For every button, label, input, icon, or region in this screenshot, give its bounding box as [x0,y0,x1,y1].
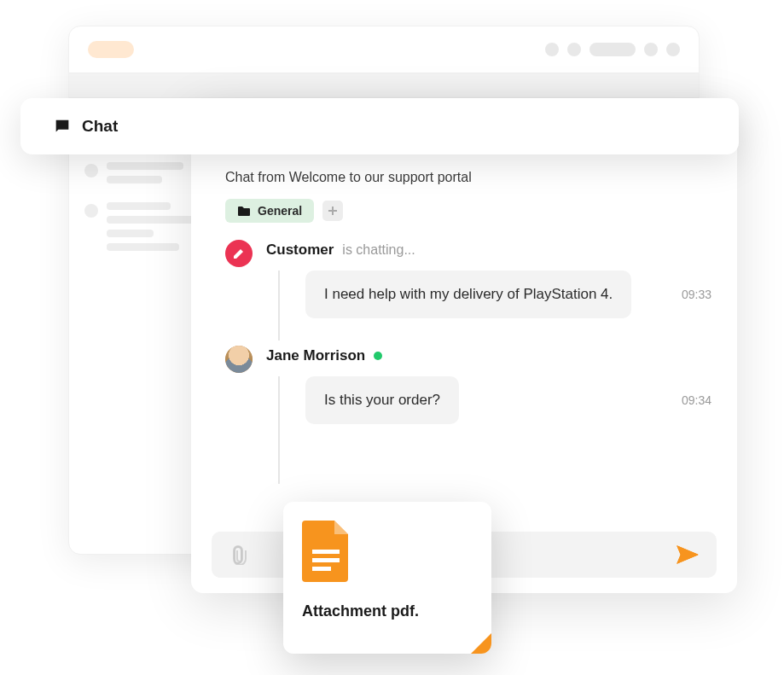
message-group: Customer is chatting... I need help with… [225,241,711,340]
tag-row: General [225,199,711,223]
message-bubble: I need help with my delivery of PlayStat… [305,271,631,318]
logo-placeholder [88,41,134,58]
control-dot [567,43,581,56]
background-toolbar [69,73,699,98]
message-row: Is this your order? 09:34 [305,376,711,424]
agent-avatar [225,346,253,373]
plus-icon [328,206,338,216]
category-tag[interactable]: General [225,199,314,223]
message-header: Jane Morrison [266,347,711,364]
pencil-icon [233,247,245,259]
tag-label: General [258,204,302,218]
control-dot [644,43,658,56]
sender-name: Jane Morrison [266,347,365,364]
folder-icon [237,206,251,217]
message-time: 09:34 [682,393,711,407]
customer-avatar [225,240,253,267]
svg-rect-4 [312,567,331,571]
sender-name: Customer [266,241,334,259]
typing-status: is chatting... [342,242,415,258]
window-controls [545,43,680,56]
add-tag-button[interactable] [322,201,343,221]
background-titlebar [69,26,699,73]
attachment-card[interactable]: Attachment pdf. [283,502,491,654]
message-header: Customer is chatting... [266,241,711,259]
control-dot [666,43,680,56]
chat-subject: Chat from Welcome to our support portal [225,170,711,185]
attachment-label: Attachment pdf. [302,602,473,620]
chat-body: Chat from Welcome to our support portal … [225,170,711,484]
message-group: Jane Morrison Is this your order? 09:34 [225,347,711,484]
chat-header: Chat [20,98,739,154]
message-row: I need help with my delivery of PlayStat… [305,271,711,318]
svg-rect-3 [312,558,340,562]
send-icon[interactable] [676,544,700,565]
online-status-dot [374,352,382,360]
message-time: 09:33 [682,288,711,301]
thread-line: Is this your order? 09:34 [278,376,711,484]
thread-line: I need help with my delivery of PlayStat… [278,271,711,340]
control-bar [589,43,636,56]
control-dot [545,43,559,56]
file-icon [302,521,351,582]
attachment-icon[interactable] [229,544,247,565]
message-bubble: Is this your order? [305,376,459,424]
svg-rect-1 [328,210,337,212]
chat-icon [53,117,72,136]
chat-title: Chat [82,117,118,136]
svg-rect-2 [312,550,340,554]
